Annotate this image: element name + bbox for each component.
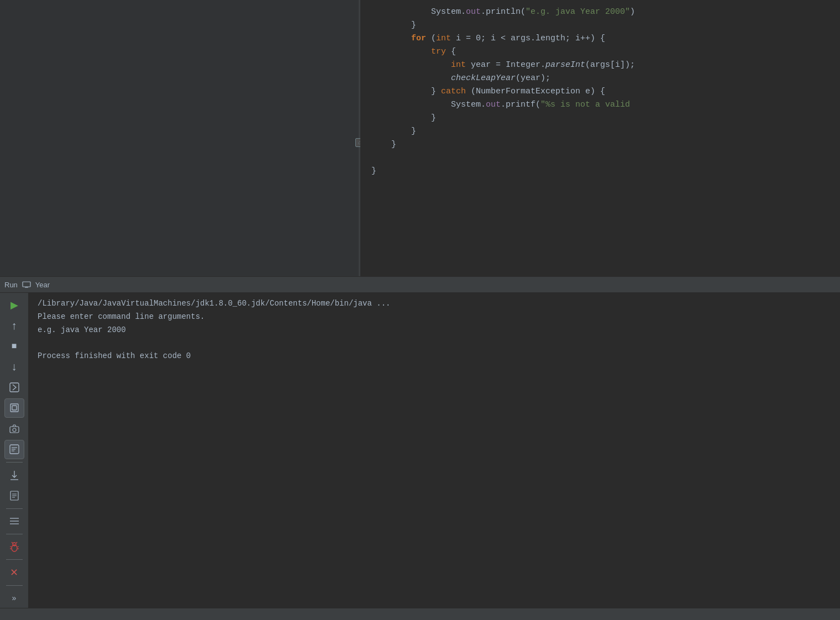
svg-rect-5 xyxy=(12,406,17,410)
close-button[interactable]: ✕ xyxy=(4,563,24,582)
svg-line-22 xyxy=(12,542,13,543)
svg-line-23 xyxy=(16,542,17,543)
run-button[interactable]: ▶ xyxy=(4,295,24,314)
code-line: for (int i = 0; i < args.length; i++) { xyxy=(371,32,840,45)
console-area: ▶ ↑ ■ ↓ xyxy=(0,293,840,608)
svg-rect-3 xyxy=(10,383,19,392)
separator-2 xyxy=(6,508,23,509)
svg-rect-4 xyxy=(11,404,18,412)
code-line: try { xyxy=(371,45,840,59)
code-line: System.out.printf("%s is not a valid xyxy=(371,98,840,112)
list-button[interactable] xyxy=(4,512,24,531)
run-toolbar: Run Year xyxy=(0,276,840,293)
console-line-path: /Library/Java/JavaVirtualMachines/jdk1.8… xyxy=(38,297,831,311)
svg-line-24 xyxy=(10,547,12,547)
code-line: } catch (NumberFormatException e) { xyxy=(371,85,840,98)
editor-area: ⌂ System.out.println("e.g. java Year 200… xyxy=(0,0,840,276)
debug-button[interactable] xyxy=(4,537,24,556)
code-line: } xyxy=(371,125,840,138)
down-button[interactable]: ↓ xyxy=(4,357,24,376)
console-line-exit: Process finished with exit code 0 xyxy=(38,350,831,363)
svg-point-7 xyxy=(13,428,16,432)
monitor-icon xyxy=(22,281,31,288)
rerun-button[interactable] xyxy=(4,377,24,397)
more-button[interactable]: » xyxy=(4,589,24,608)
run-label: Run xyxy=(4,281,18,289)
editor-left-panel xyxy=(0,0,359,276)
code-line xyxy=(371,151,840,165)
stop-button[interactable]: ■ xyxy=(4,337,24,356)
export-button[interactable] xyxy=(4,486,24,505)
separator-4 xyxy=(6,559,23,560)
code-line: int year = Integer.parseInt(args[i]); xyxy=(371,59,840,72)
console-button[interactable] xyxy=(4,440,24,459)
up-button[interactable]: ↑ xyxy=(4,316,24,335)
separator-5 xyxy=(6,585,23,586)
side-toolbar: ▶ ↑ ■ ↓ xyxy=(0,293,29,608)
run-tab-name[interactable]: Year xyxy=(35,281,50,289)
camera-button[interactable] xyxy=(4,419,24,438)
svg-point-21 xyxy=(13,543,16,546)
separator-3 xyxy=(6,534,23,534)
code-line: } xyxy=(371,19,840,32)
svg-rect-0 xyxy=(23,282,30,287)
svg-line-26 xyxy=(17,547,19,547)
console-line-blank xyxy=(38,337,831,350)
console-line-prompt: Please enter command line arguments. xyxy=(38,311,831,324)
frame-button[interactable] xyxy=(4,398,24,418)
code-line: checkLeapYear(year); xyxy=(371,72,840,85)
code-line: } xyxy=(371,165,840,178)
separator-1 xyxy=(6,462,23,463)
code-line: System.out.println("e.g. java Year 2000"… xyxy=(371,6,840,19)
console-line-example: e.g. java Year 2000 xyxy=(38,324,831,337)
console-output[interactable]: /Library/Java/JavaVirtualMachines/jdk1.8… xyxy=(29,293,840,608)
import-button[interactable] xyxy=(4,465,24,485)
code-line: } xyxy=(371,138,840,151)
code-editor[interactable]: System.out.println("e.g. java Year 2000"… xyxy=(360,0,840,276)
status-bar xyxy=(0,608,840,620)
code-line: } xyxy=(371,112,840,125)
